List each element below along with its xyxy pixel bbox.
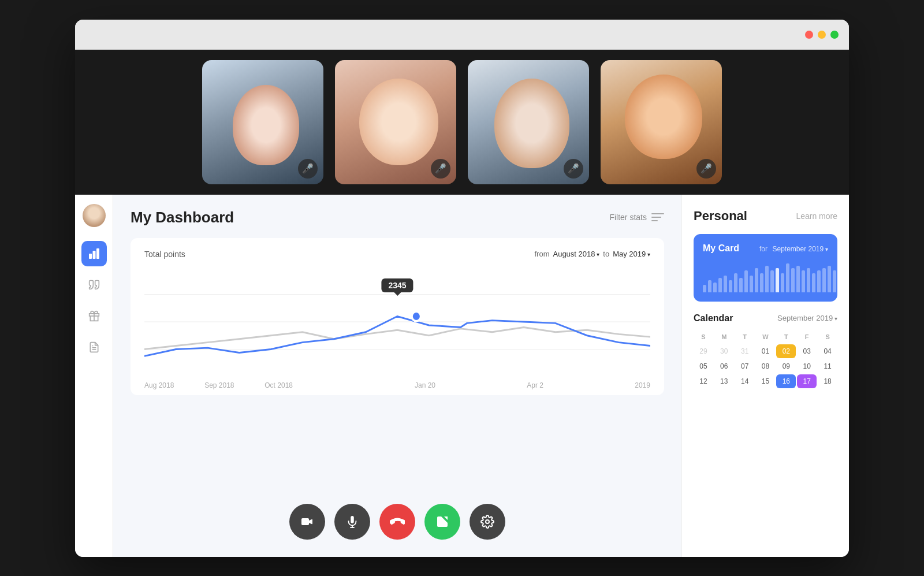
filter-icon xyxy=(651,212,664,222)
page-title: My Dashboard xyxy=(131,209,234,226)
personal-title: Personal xyxy=(694,209,747,224)
calendar-week-2: 12 13 14 15 16 17 18 xyxy=(694,374,837,388)
mini-bar xyxy=(796,266,800,292)
cal-event-day[interactable]: 17 xyxy=(797,374,817,388)
chart-label: Sep 2018 xyxy=(204,381,234,389)
minimize-button[interactable] xyxy=(818,31,826,39)
sidebar-item-dashboard[interactable] xyxy=(81,241,107,266)
cal-day[interactable]: 30 xyxy=(714,344,734,358)
chart-area: 2345 xyxy=(144,267,650,377)
mini-bar xyxy=(786,263,789,292)
mini-bar xyxy=(765,266,769,292)
share-button[interactable] xyxy=(424,504,460,540)
calendar-title: Calendar xyxy=(694,313,733,324)
cal-day[interactable]: 05 xyxy=(694,359,713,373)
cal-day[interactable]: 18 xyxy=(818,374,837,388)
video-tile-3: 🎤 xyxy=(468,60,589,184)
learn-more-link[interactable]: Learn more xyxy=(796,211,837,221)
svg-rect-2 xyxy=(96,248,99,259)
my-card-label: My Card xyxy=(703,243,739,254)
mini-bar xyxy=(828,266,831,292)
my-card-header: My Card for September 2019 xyxy=(703,243,828,254)
from-date[interactable]: August 2018 xyxy=(553,250,599,258)
sidebar-item-gift[interactable] xyxy=(81,303,107,329)
svg-rect-1 xyxy=(92,251,95,259)
cal-day-header-f: F xyxy=(797,330,817,343)
mic-badge-4: 🎤 xyxy=(696,159,716,179)
mini-bar xyxy=(781,273,784,292)
cal-day[interactable]: 02 xyxy=(776,344,796,358)
cal-day[interactable]: 12 xyxy=(694,374,713,388)
svg-rect-0 xyxy=(89,254,92,259)
cal-day[interactable]: 03 xyxy=(797,344,817,358)
cal-day[interactable]: 01 xyxy=(756,344,776,358)
chart-header: Total points from August 2018 to May 201… xyxy=(144,250,650,259)
mini-bar xyxy=(718,278,722,292)
mic-badge-3: 🎤 xyxy=(564,159,583,179)
settings-button[interactable] xyxy=(470,504,505,540)
chart-label: Jan 20 xyxy=(415,381,435,389)
cal-day[interactable]: 10 xyxy=(797,359,817,373)
call-controls xyxy=(289,504,505,540)
video-tile-2: 🎤 xyxy=(335,60,456,184)
right-panel: Personal Learn more My Card for Septembe… xyxy=(681,195,849,557)
mini-bar xyxy=(744,270,748,292)
mini-bar xyxy=(791,268,795,292)
cal-day-header-w: W xyxy=(756,330,776,343)
to-date[interactable]: May 2019 xyxy=(613,250,650,258)
calendar-month-select[interactable]: September 2019 xyxy=(777,314,837,322)
cal-day[interactable]: 13 xyxy=(714,374,734,388)
chart-label: Aug 2018 xyxy=(144,381,174,389)
hangup-button[interactable] xyxy=(379,504,415,540)
cal-day[interactable]: 06 xyxy=(714,359,734,373)
calendar-week-1: 05 06 07 08 09 10 11 xyxy=(694,359,837,373)
dashboard-panel: My Dashboard Filter stats Total points f… xyxy=(113,195,681,557)
chart-tooltip: 2345 xyxy=(381,278,413,292)
mini-bar xyxy=(817,270,821,292)
chart-label: Oct 2018 xyxy=(264,381,293,389)
cal-day[interactable]: 04 xyxy=(818,344,837,358)
mini-bar xyxy=(703,285,706,292)
cal-day[interactable]: 11 xyxy=(818,359,837,373)
mini-bar xyxy=(833,270,836,292)
cal-day[interactable]: 14 xyxy=(735,374,755,388)
mini-bar xyxy=(708,280,711,292)
cal-day[interactable]: 15 xyxy=(756,374,776,388)
avatar xyxy=(83,204,106,227)
calendar-week-0: 29 30 31 01 02 03 04 xyxy=(694,344,837,358)
video-button[interactable] xyxy=(289,504,325,540)
mini-bar xyxy=(802,270,805,292)
main-content: My Dashboard Filter stats Total points f… xyxy=(75,195,849,557)
chart-title: Total points xyxy=(144,250,185,259)
cal-day[interactable]: 31 xyxy=(735,344,755,358)
mini-bar xyxy=(776,268,779,292)
chart-container: Total points from August 2018 to May 201… xyxy=(131,238,664,395)
cal-day-header-t1: T xyxy=(735,330,755,343)
from-label: from xyxy=(534,250,549,258)
maximize-button[interactable] xyxy=(830,31,839,39)
mic-button[interactable] xyxy=(334,504,370,540)
mini-bar xyxy=(713,283,717,292)
close-button[interactable] xyxy=(805,31,813,39)
filter-label: Filter stats xyxy=(609,213,647,222)
titlebar xyxy=(75,20,849,50)
sidebar-item-document[interactable] xyxy=(81,335,107,360)
filter-stats-button[interactable]: Filter stats xyxy=(609,212,664,222)
cal-day-header-m: M xyxy=(714,330,734,343)
calendar-section: Calendar September 2019 S M T W T F S xyxy=(694,313,837,388)
cal-today[interactable]: 16 xyxy=(776,374,796,388)
cal-day[interactable]: 09 xyxy=(776,359,796,373)
my-card-period[interactable]: September 2019 xyxy=(772,245,828,253)
cal-day[interactable]: 07 xyxy=(735,359,755,373)
mini-bar xyxy=(734,273,737,292)
sidebar xyxy=(75,195,113,557)
mini-bar xyxy=(807,268,810,292)
cal-day-header-t2: T xyxy=(776,330,796,343)
sidebar-item-brush[interactable] xyxy=(81,272,107,298)
calendar-header-row: S M T W T F S xyxy=(694,330,837,343)
mini-bar xyxy=(739,278,743,292)
cal-day-header-s1: S xyxy=(694,330,713,343)
cal-day[interactable]: 29 xyxy=(694,344,713,358)
cal-day[interactable]: 08 xyxy=(756,359,776,373)
for-label: for xyxy=(759,245,767,253)
